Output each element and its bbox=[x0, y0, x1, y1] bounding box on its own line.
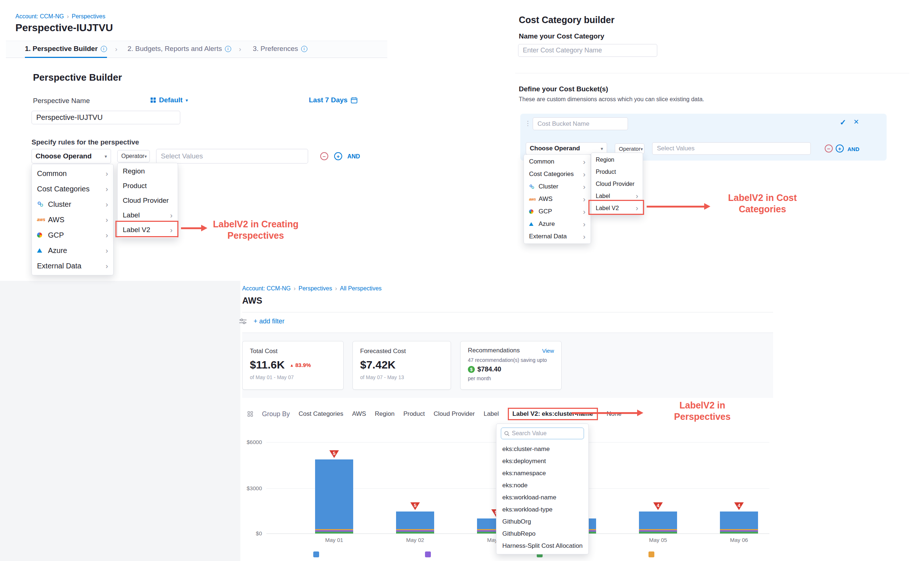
perspective-name-input[interactable] bbox=[32, 111, 180, 124]
dropdown-option[interactable]: eks:deployment bbox=[496, 455, 588, 467]
date-range-label: Last 7 Days bbox=[309, 96, 348, 104]
breadcrumb-account[interactable]: Account: CCM-NG bbox=[242, 285, 291, 292]
confirm-icon[interactable] bbox=[840, 118, 846, 127]
operand-select[interactable]: Choose Operand bbox=[32, 149, 111, 164]
breadcrumb-all-perspectives[interactable]: All Perspectives bbox=[340, 285, 382, 292]
background-gap bbox=[0, 281, 240, 561]
tab-label: 1. Perspective Builder bbox=[25, 45, 98, 53]
and-button[interactable]: AND bbox=[347, 153, 360, 160]
view-selector[interactable]: Default bbox=[150, 96, 188, 104]
submenu-item-cloud-provider[interactable]: Cloud Provider bbox=[118, 193, 178, 208]
menu-label: Common bbox=[529, 158, 554, 165]
dropdown-option[interactable]: GithubRepo bbox=[496, 528, 588, 540]
cost-category-title: Cost Category builder bbox=[519, 15, 614, 25]
tab-label: 3. Preferences bbox=[253, 45, 298, 53]
menu-item-gcp[interactable]: GCP bbox=[524, 205, 591, 218]
submenu-item-label-v2[interactable]: Label V2 bbox=[118, 223, 178, 237]
close-icon[interactable] bbox=[854, 117, 859, 127]
dropdown-option[interactable]: eks:workload-name bbox=[496, 491, 588, 504]
group-by-label-key[interactable]: Label bbox=[484, 410, 499, 418]
submenu-item-product[interactable]: Product bbox=[118, 179, 178, 193]
menu-item-aws[interactable]: AWS bbox=[524, 193, 591, 205]
add-filter-button[interactable]: + add filter bbox=[254, 317, 285, 325]
search-input[interactable] bbox=[512, 430, 581, 437]
submenu-item-cloud-provider[interactable]: Cloud Provider bbox=[591, 178, 643, 190]
menu-item-azure[interactable]: Azure bbox=[524, 218, 591, 230]
y-axis-tick: $3000 bbox=[236, 485, 262, 491]
cost-category-name-input[interactable] bbox=[518, 44, 657, 57]
legend-swatch[interactable] bbox=[425, 552, 431, 557]
chevron-down-icon bbox=[144, 153, 147, 159]
forecasted-cost-value: $7.42K bbox=[360, 359, 443, 371]
operator-select[interactable]: Operator bbox=[117, 150, 150, 162]
menu-item-cost-categories[interactable]: Cost Categories bbox=[32, 181, 113, 197]
chevron-right-icon bbox=[583, 170, 585, 179]
submenu-item-product[interactable]: Product bbox=[591, 166, 643, 178]
anomaly-badge[interactable]: 4 bbox=[734, 502, 744, 511]
group-by-labelv2-selected[interactable]: Label V2: eks:cluster-name bbox=[508, 408, 598, 420]
operand-select-value: Choose Operand bbox=[530, 145, 580, 152]
group-by-cloud-provider[interactable]: Cloud Provider bbox=[434, 410, 475, 418]
bar-2[interactable] bbox=[396, 511, 434, 534]
menu-label: Cluster bbox=[538, 183, 558, 190]
cc-remove-rule-button[interactable] bbox=[825, 144, 833, 152]
operand-menu: Common Cost Categories Cluster AWS GCP A… bbox=[32, 164, 114, 275]
menu-item-external-data[interactable]: External Data bbox=[32, 258, 113, 274]
cc-select-values-input[interactable] bbox=[652, 142, 811, 155]
anomaly-badge[interactable]: 4 bbox=[653, 502, 663, 511]
view-recommendations-link[interactable]: View bbox=[542, 347, 554, 354]
menu-item-external-data[interactable]: External Data bbox=[524, 230, 591, 243]
submenu-item-region[interactable]: Region bbox=[118, 164, 178, 179]
legend-swatch[interactable] bbox=[313, 552, 319, 557]
search-icon bbox=[504, 431, 510, 436]
menu-item-cluster[interactable]: Cluster bbox=[524, 180, 591, 193]
menu-item-azure[interactable]: Azure bbox=[32, 243, 113, 258]
bar-1[interactable] bbox=[315, 459, 353, 534]
group-by-region[interactable]: Region bbox=[375, 410, 394, 418]
breadcrumb-perspectives[interactable]: Perspectives bbox=[72, 13, 105, 20]
chevron-right-icon bbox=[170, 226, 172, 234]
legend-swatch[interactable] bbox=[648, 552, 654, 557]
menu-label: GCP bbox=[48, 231, 64, 239]
menu-item-gcp[interactable]: GCP bbox=[32, 227, 113, 243]
submenu-item-label[interactable]: Label bbox=[118, 208, 178, 223]
cc-add-rule-button[interactable] bbox=[836, 144, 844, 152]
menu-item-common[interactable]: Common bbox=[32, 166, 113, 181]
breadcrumb-perspectives[interactable]: Perspectives bbox=[298, 285, 332, 292]
tab-budgets-reports[interactable]: 2. Budgets, Reports and Alerts bbox=[128, 45, 231, 53]
dropdown-option[interactable]: eks:cluster-name bbox=[496, 443, 588, 455]
tab-preferences[interactable]: 3. Preferences bbox=[253, 45, 308, 53]
dropdown-option[interactable]: eks:node bbox=[496, 479, 588, 491]
menu-label: Cost Categories bbox=[529, 170, 574, 178]
dropdown-option[interactable]: eks:namespace bbox=[496, 467, 588, 479]
menu-item-cost-categories[interactable]: Cost Categories bbox=[524, 168, 591, 180]
submenu-item-region[interactable]: Region bbox=[591, 153, 643, 166]
tab-perspective-builder[interactable]: 1. Perspective Builder bbox=[25, 45, 107, 53]
menu-label: Cost Categories bbox=[37, 185, 89, 193]
add-rule-button[interactable] bbox=[334, 152, 342, 160]
menu-item-common[interactable]: Common bbox=[524, 155, 591, 168]
submenu-item-label[interactable]: Label bbox=[591, 190, 643, 202]
group-by-aws[interactable]: AWS bbox=[352, 410, 366, 418]
bar-5[interactable] bbox=[639, 511, 677, 534]
cc-and-button[interactable]: AND bbox=[848, 146, 860, 152]
filter-icon[interactable] bbox=[239, 318, 247, 326]
dropdown-option[interactable]: Harness-Split Cost Allocation bbox=[496, 540, 588, 552]
group-by-none[interactable]: None bbox=[607, 410, 622, 418]
bar-6[interactable] bbox=[720, 511, 758, 534]
breadcrumb-account[interactable]: Account: CCM-NG bbox=[15, 13, 64, 20]
anomaly-badge[interactable]: 5 bbox=[410, 502, 420, 511]
select-values-input[interactable] bbox=[156, 149, 308, 164]
cost-bucket-name-input[interactable] bbox=[533, 117, 628, 130]
group-by-cost-categories[interactable]: Cost Categories bbox=[298, 410, 343, 418]
remove-rule-button[interactable] bbox=[320, 152, 328, 160]
dropdown-option[interactable]: GithubOrg bbox=[496, 516, 588, 528]
anomaly-badge[interactable]: 5 bbox=[329, 450, 339, 459]
dropdown-option[interactable]: eks:workload-type bbox=[496, 504, 588, 516]
menu-item-cluster[interactable]: Cluster bbox=[32, 197, 113, 212]
group-by-product[interactable]: Product bbox=[404, 410, 425, 418]
date-range-picker[interactable]: Last 7 Days bbox=[309, 96, 358, 104]
chevron-down-icon bbox=[640, 146, 643, 152]
submenu-item-label-v2[interactable]: Label V2 bbox=[591, 202, 643, 214]
menu-item-aws[interactable]: AWS bbox=[32, 212, 113, 227]
